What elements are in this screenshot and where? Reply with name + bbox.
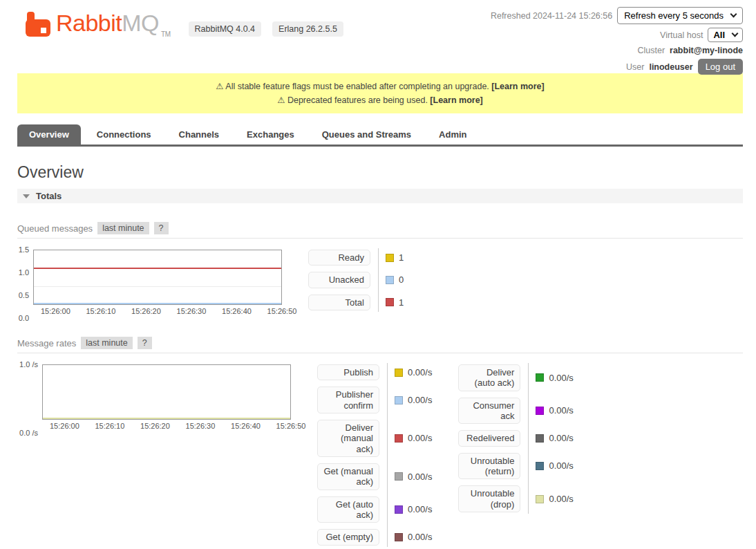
series-value: 0.00/s — [408, 433, 432, 443]
legend-toggle-get-auto-ack[interactable]: Get (auto ack) — [317, 496, 379, 523]
queued-messages-chart: 1.51.00.50.0 15:26:0015:26:1015:26:2015:… — [17, 250, 282, 318]
legend-value-get-auto-ack: 0.00/s — [395, 504, 432, 514]
legend-value-consumer-ack: 0.00/s — [536, 405, 573, 416]
series-swatch — [395, 434, 403, 443]
erlang-version-badge: Erlang 26.2.5.5 — [272, 21, 343, 37]
legend-toggle-publisher-confirm[interactable]: Publisher confirm — [317, 387, 379, 413]
chart-plot-area — [33, 250, 282, 305]
trademark-label: TM — [161, 30, 170, 38]
legend-toggle-get-empty[interactable]: Get (empty) — [317, 529, 379, 545]
series-value: 0.00/s — [408, 472, 432, 482]
series-swatch — [395, 505, 403, 514]
series-swatch — [395, 369, 403, 377]
collapse-triangle-icon — [23, 194, 30, 198]
y-axis-ticks: 1.51.00.50.0 — [17, 250, 31, 318]
refreshed-timestamp: Refreshed 2024-11-24 15:26:56 — [491, 11, 612, 21]
cluster-name: rabbit@my-linode — [670, 46, 743, 55]
tab-overview[interactable]: Overview — [17, 124, 81, 145]
user-label: User — [626, 62, 644, 72]
warning-icon: ⚠ — [277, 95, 285, 105]
legend-value-get-empty: 0.00/s — [395, 532, 432, 542]
series-swatch — [536, 495, 544, 503]
learn-more-link[interactable]: [Learn more] — [491, 82, 544, 91]
series-swatch — [395, 472, 403, 481]
user-name: linodeuser — [649, 62, 692, 72]
series-value: 0.00/s — [549, 373, 573, 383]
tab-queues-and-streams[interactable]: Queues and Streams — [310, 124, 423, 145]
brand-wordmark: RabbitMQTM — [56, 10, 171, 38]
legend-toggle-total[interactable]: Total — [308, 295, 370, 310]
main-tabs: Overview Connections Channels Exchanges … — [17, 124, 743, 147]
message-rates-heading: Message rates last minute ? — [17, 337, 743, 353]
legend-value-unroutable-return: 0.00/s — [536, 460, 573, 471]
message-rates-legend-right: Deliver (auto ack) 0.00/s Consumer ack 0… — [458, 364, 573, 512]
rabbitmq-logo-icon — [24, 10, 52, 38]
legend-value-ready: 1 — [386, 252, 404, 263]
queued-period-selector[interactable]: last minute — [97, 222, 149, 234]
virtual-host-label: Virtual host — [660, 30, 703, 40]
series-value: 0.00/s — [549, 433, 573, 443]
warning-line-feature-flags: ⚠ All stable feature flags must be enabl… — [17, 80, 743, 93]
rabbitmq-logo[interactable]: RabbitMQTM — [24, 10, 171, 38]
series-swatch — [536, 434, 544, 443]
warning-line-deprecated: ⚠ Deprecated features are being used. [L… — [17, 93, 743, 107]
learn-more-link[interactable]: [Learn more] — [430, 95, 482, 105]
series-value: 0.00/s — [549, 405, 573, 416]
rates-period-selector[interactable]: last minute — [81, 337, 132, 349]
legend-value-redelivered: 0.00/s — [536, 433, 573, 443]
series-value: 0.00/s — [408, 504, 432, 514]
main-content: Overview Totals Queued messages last min… — [0, 163, 756, 549]
cluster-label: Cluster — [637, 46, 665, 55]
series-value: 0.00/s — [408, 367, 432, 378]
legend-toggle-deliver-auto-ack[interactable]: Deliver (auto ack) — [458, 364, 520, 391]
queued-messages-heading: Queued messages last minute ? — [17, 222, 743, 239]
legend-toggle-get-manual-ack[interactable]: Get (manual ack) — [317, 463, 379, 490]
series-swatch — [395, 533, 403, 541]
series-swatch — [386, 276, 394, 284]
series-value: 0.00/s — [549, 460, 573, 471]
x-axis-ticks: 15:26:0015:26:1015:26:2015:26:3015:26:40… — [33, 307, 282, 318]
tab-admin[interactable]: Admin — [427, 124, 478, 145]
legend-value-publisher-confirm: 0.00/s — [395, 395, 432, 405]
legend-value-publish: 0.00/s — [395, 367, 432, 378]
legend-value-deliver-auto-ack: 0.00/s — [536, 373, 573, 383]
legend-value-get-manual-ack: 0.00/s — [395, 472, 432, 482]
legend-toggle-publish[interactable]: Publish — [317, 364, 379, 380]
virtual-host-select[interactable]: All — [708, 28, 743, 42]
legend-toggle-unroutable-return[interactable]: Unroutable (return) — [458, 453, 520, 480]
series-value: 0.00/s — [408, 532, 432, 542]
series-swatch — [536, 373, 544, 382]
message-rates-chart: 1.0 /s0.0 /s 15:26:0015:26:1015:26:2015:… — [17, 364, 291, 433]
series-value: 0 — [399, 274, 404, 285]
tab-connections[interactable]: Connections — [85, 124, 163, 145]
y-axis-ticks: 1.0 /s0.0 /s — [17, 364, 40, 433]
page-title: Overview — [17, 163, 743, 182]
logout-button[interactable]: Log out — [698, 59, 743, 75]
legend-toggle-redelivered[interactable]: Redelivered — [458, 430, 520, 446]
chart-plot-area — [42, 364, 291, 420]
totals-section-toggle[interactable]: Totals — [17, 189, 743, 203]
legend-toggle-consumer-ack[interactable]: Consumer ack — [458, 398, 520, 425]
series-value: 0.00/s — [549, 494, 573, 504]
chevron-down-icon — [732, 30, 739, 37]
header-status-panel: Refreshed 2024-11-24 15:26:56 Refresh ev… — [491, 7, 743, 75]
rates-help-button[interactable]: ? — [138, 337, 152, 349]
legend-toggle-deliver-manual-ack[interactable]: Deliver (manual ack) — [317, 420, 379, 457]
tab-exchanges[interactable]: Exchanges — [235, 124, 306, 145]
legend-value-deliver-manual-ack: 0.00/s — [395, 433, 432, 443]
series-swatch — [536, 407, 544, 415]
version-badges: RabbitMQ 4.0.4 Erlang 26.2.5.5 — [189, 21, 343, 37]
chevron-down-icon — [730, 11, 737, 18]
legend-value-unroutable-drop: 0.00/s — [536, 494, 573, 504]
series-value: 1 — [399, 252, 404, 263]
tab-channels[interactable]: Channels — [167, 124, 231, 145]
legend-value-unacked: 0 — [386, 274, 404, 285]
queued-help-button[interactable]: ? — [154, 222, 169, 234]
series-swatch — [386, 254, 394, 262]
x-axis-ticks: 15:26:0015:26:1015:26:2015:26:3015:26:40… — [42, 422, 291, 433]
legend-toggle-unacked[interactable]: Unacked — [308, 272, 370, 288]
legend-toggle-ready[interactable]: Ready — [308, 250, 370, 266]
warning-banner: ⚠ All stable feature flags must be enabl… — [17, 73, 743, 113]
legend-toggle-unroutable-drop[interactable]: Unroutable (drop) — [458, 485, 520, 512]
refresh-interval-select[interactable]: Refresh every 5 seconds — [617, 7, 743, 24]
